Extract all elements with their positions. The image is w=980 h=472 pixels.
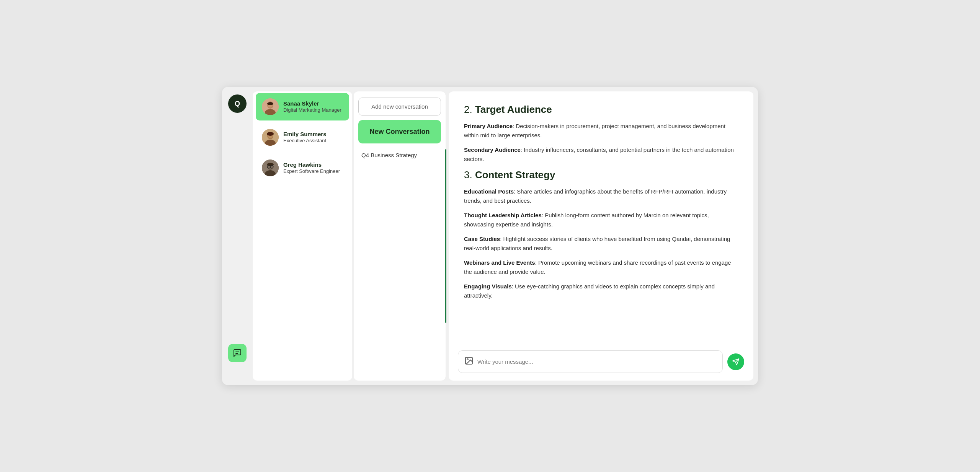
contact-name-emily: Emily Summers bbox=[283, 130, 327, 138]
section-2-title: Target Audience bbox=[475, 104, 552, 115]
section-3-number: 3. bbox=[464, 169, 475, 181]
app-logo: Q bbox=[228, 94, 247, 113]
contact-name-greg: Greg Hawkins bbox=[283, 161, 340, 169]
section-2-number: 2. bbox=[464, 104, 475, 115]
contact-item-emily[interactable]: Emily Summers Executive Assistant bbox=[256, 124, 349, 151]
contact-item-sanaa[interactable]: Sanaa Skyler Digital Marketing Manager bbox=[256, 93, 349, 120]
avatar-emily-image bbox=[262, 129, 279, 146]
chat-nav-button[interactable] bbox=[228, 344, 247, 362]
para-secondary-audience: Secondary Audience: Industry influencers… bbox=[464, 145, 738, 164]
svg-point-4 bbox=[267, 102, 273, 105]
svg-point-19 bbox=[467, 359, 468, 360]
para-case-studies-text: : Highlight success stories of clients w… bbox=[464, 236, 730, 251]
para-engaging-visuals-bold: Engaging Visuals bbox=[464, 283, 512, 290]
section-3-title: Content Strategy bbox=[475, 169, 555, 181]
contact-item-greg[interactable]: Greg Hawkins Expert Software Engineer bbox=[256, 154, 349, 182]
para-case-studies-bold: Case Studies bbox=[464, 236, 500, 242]
conversation-item-q4[interactable]: Q4 Business Strategy bbox=[358, 148, 441, 162]
conversations-panel: Add new conversation New Conversation Q4… bbox=[354, 91, 446, 381]
para-secondary-audience-bold: Secondary Audience bbox=[464, 146, 521, 153]
icon-sidebar: Q bbox=[222, 87, 253, 385]
avatar-sanaa bbox=[262, 98, 279, 115]
content-body: 2. Target Audience Primary Audience: Dec… bbox=[449, 91, 753, 344]
send-icon bbox=[732, 358, 740, 366]
para-educational-posts-bold: Educational Posts bbox=[464, 188, 514, 195]
image-attach-icon[interactable] bbox=[464, 356, 474, 367]
message-input-wrap bbox=[458, 350, 723, 373]
para-case-studies: Case Studies: Highlight success stories … bbox=[464, 234, 738, 253]
message-input[interactable] bbox=[477, 358, 716, 365]
chat-bubbles-icon bbox=[233, 348, 242, 358]
contact-info-emily: Emily Summers Executive Assistant bbox=[283, 130, 327, 144]
para-webinars: Webinars and Live Events: Promote upcomi… bbox=[464, 258, 738, 277]
add-conversation-label: Add new conversation bbox=[371, 103, 428, 110]
para-thought-leadership: Thought Leadership Articles: Publish lon… bbox=[464, 211, 738, 229]
logo-letter: Q bbox=[235, 100, 240, 108]
new-conversation-label: New Conversation bbox=[369, 128, 430, 135]
contact-role-sanaa: Digital Marketing Manager bbox=[283, 107, 341, 114]
section-3-heading: 3. Content Strategy bbox=[464, 169, 738, 181]
app-container: Q Sanaa Skyler Digital bbox=[222, 87, 758, 385]
para-primary-audience: Primary Audience: Decision-makers in pro… bbox=[464, 122, 738, 140]
avatar-sanaa-image bbox=[262, 98, 279, 115]
para-educational-posts: Educational Posts: Share articles and in… bbox=[464, 187, 738, 205]
contact-info-greg: Greg Hawkins Expert Software Engineer bbox=[283, 161, 340, 175]
contacts-panel: Sanaa Skyler Digital Marketing Manager E… bbox=[253, 91, 352, 381]
avatar-greg-image bbox=[262, 160, 279, 176]
avatar-emily bbox=[262, 129, 279, 146]
section-2-heading: 2. Target Audience bbox=[464, 104, 738, 116]
contact-info-sanaa: Sanaa Skyler Digital Marketing Manager bbox=[283, 100, 341, 114]
contact-role-greg: Expert Software Engineer bbox=[283, 168, 340, 175]
contact-role-emily: Executive Assistant bbox=[283, 138, 327, 144]
para-thought-leadership-bold: Thought Leadership Articles bbox=[464, 212, 542, 218]
para-webinars-bold: Webinars and Live Events bbox=[464, 259, 535, 266]
para-engaging-visuals: Engaging Visuals: Use eye-catching graph… bbox=[464, 282, 738, 300]
conversation-title: Q4 Business Strategy bbox=[361, 152, 417, 158]
para-primary-audience-bold: Primary Audience bbox=[464, 123, 513, 129]
avatar-greg bbox=[262, 160, 279, 176]
add-conversation-button[interactable]: Add new conversation bbox=[358, 98, 441, 116]
contact-name-sanaa: Sanaa Skyler bbox=[283, 100, 341, 107]
send-button[interactable] bbox=[727, 353, 744, 370]
new-conversation-button[interactable]: New Conversation bbox=[358, 120, 441, 143]
main-content: 2. Target Audience Primary Audience: Dec… bbox=[449, 91, 753, 381]
message-bar bbox=[449, 344, 753, 381]
svg-point-9 bbox=[267, 132, 274, 136]
